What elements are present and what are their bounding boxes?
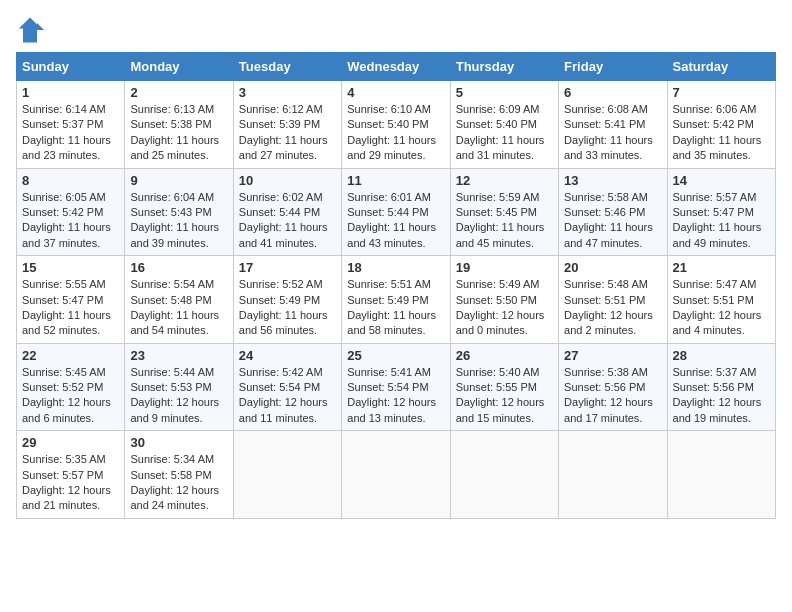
calendar-week-row: 8 Sunrise: 6:05 AM Sunset: 5:42 PM Dayli… [17, 168, 776, 256]
day-info: Sunrise: 5:37 AM Sunset: 5:56 PM Dayligh… [673, 365, 770, 427]
calendar-cell: 19 Sunrise: 5:49 AM Sunset: 5:50 PM Dayl… [450, 256, 558, 344]
sunrise-label: Sunrise: 5:34 AM [130, 453, 214, 465]
day-number: 24 [239, 348, 336, 363]
calendar-cell: 5 Sunrise: 6:09 AM Sunset: 5:40 PM Dayli… [450, 81, 558, 169]
calendar-week-row: 15 Sunrise: 5:55 AM Sunset: 5:47 PM Dayl… [17, 256, 776, 344]
day-info: Sunrise: 5:47 AM Sunset: 5:51 PM Dayligh… [673, 277, 770, 339]
calendar-cell [450, 431, 558, 519]
day-number: 19 [456, 260, 553, 275]
day-number: 29 [22, 435, 119, 450]
day-number: 9 [130, 173, 227, 188]
sunrise-label: Sunrise: 5:52 AM [239, 278, 323, 290]
daylight-label: Daylight: 11 hours and 25 minutes. [130, 134, 219, 161]
sunset-label: Sunset: 5:54 PM [239, 381, 320, 393]
sunrise-label: Sunrise: 5:37 AM [673, 366, 757, 378]
daylight-label: Daylight: 12 hours and 17 minutes. [564, 396, 653, 423]
day-number: 7 [673, 85, 770, 100]
daylight-label: Daylight: 11 hours and 27 minutes. [239, 134, 328, 161]
day-number: 25 [347, 348, 444, 363]
daylight-label: Daylight: 11 hours and 31 minutes. [456, 134, 545, 161]
day-number: 1 [22, 85, 119, 100]
day-number: 2 [130, 85, 227, 100]
day-info: Sunrise: 6:01 AM Sunset: 5:44 PM Dayligh… [347, 190, 444, 252]
day-info: Sunrise: 5:51 AM Sunset: 5:49 PM Dayligh… [347, 277, 444, 339]
calendar-week-row: 22 Sunrise: 5:45 AM Sunset: 5:52 PM Dayl… [17, 343, 776, 431]
day-number: 17 [239, 260, 336, 275]
sunset-label: Sunset: 5:40 PM [347, 118, 428, 130]
sunset-label: Sunset: 5:47 PM [673, 206, 754, 218]
day-info: Sunrise: 5:49 AM Sunset: 5:50 PM Dayligh… [456, 277, 553, 339]
day-info: Sunrise: 5:48 AM Sunset: 5:51 PM Dayligh… [564, 277, 661, 339]
calendar-cell: 1 Sunrise: 6:14 AM Sunset: 5:37 PM Dayli… [17, 81, 125, 169]
calendar-cell: 28 Sunrise: 5:37 AM Sunset: 5:56 PM Dayl… [667, 343, 775, 431]
sunset-label: Sunset: 5:44 PM [239, 206, 320, 218]
calendar-table: SundayMondayTuesdayWednesdayThursdayFrid… [16, 52, 776, 519]
daylight-label: Daylight: 12 hours and 24 minutes. [130, 484, 219, 511]
calendar-cell: 11 Sunrise: 6:01 AM Sunset: 5:44 PM Dayl… [342, 168, 450, 256]
day-info: Sunrise: 5:41 AM Sunset: 5:54 PM Dayligh… [347, 365, 444, 427]
weekday-header: Wednesday [342, 53, 450, 81]
day-info: Sunrise: 6:06 AM Sunset: 5:42 PM Dayligh… [673, 102, 770, 164]
day-number: 15 [22, 260, 119, 275]
weekday-header: Monday [125, 53, 233, 81]
day-number: 14 [673, 173, 770, 188]
sunset-label: Sunset: 5:57 PM [22, 469, 103, 481]
calendar-cell: 16 Sunrise: 5:54 AM Sunset: 5:48 PM Dayl… [125, 256, 233, 344]
day-info: Sunrise: 6:02 AM Sunset: 5:44 PM Dayligh… [239, 190, 336, 252]
sunset-label: Sunset: 5:48 PM [130, 294, 211, 306]
sunset-label: Sunset: 5:49 PM [239, 294, 320, 306]
day-info: Sunrise: 6:05 AM Sunset: 5:42 PM Dayligh… [22, 190, 119, 252]
calendar-cell: 13 Sunrise: 5:58 AM Sunset: 5:46 PM Dayl… [559, 168, 667, 256]
sunset-label: Sunset: 5:42 PM [22, 206, 103, 218]
day-number: 16 [130, 260, 227, 275]
sunrise-label: Sunrise: 5:58 AM [564, 191, 648, 203]
day-number: 6 [564, 85, 661, 100]
sunrise-label: Sunrise: 5:57 AM [673, 191, 757, 203]
day-info: Sunrise: 5:57 AM Sunset: 5:47 PM Dayligh… [673, 190, 770, 252]
sunrise-label: Sunrise: 5:38 AM [564, 366, 648, 378]
day-info: Sunrise: 5:59 AM Sunset: 5:45 PM Dayligh… [456, 190, 553, 252]
weekday-header: Saturday [667, 53, 775, 81]
calendar-cell: 24 Sunrise: 5:42 AM Sunset: 5:54 PM Dayl… [233, 343, 341, 431]
daylight-label: Daylight: 11 hours and 33 minutes. [564, 134, 653, 161]
weekday-header: Sunday [17, 53, 125, 81]
sunrise-label: Sunrise: 6:13 AM [130, 103, 214, 115]
calendar-cell: 7 Sunrise: 6:06 AM Sunset: 5:42 PM Dayli… [667, 81, 775, 169]
day-info: Sunrise: 5:35 AM Sunset: 5:57 PM Dayligh… [22, 452, 119, 514]
day-info: Sunrise: 6:13 AM Sunset: 5:38 PM Dayligh… [130, 102, 227, 164]
daylight-label: Daylight: 12 hours and 6 minutes. [22, 396, 111, 423]
sunset-label: Sunset: 5:40 PM [456, 118, 537, 130]
day-info: Sunrise: 5:34 AM Sunset: 5:58 PM Dayligh… [130, 452, 227, 514]
day-number: 22 [22, 348, 119, 363]
sunset-label: Sunset: 5:50 PM [456, 294, 537, 306]
daylight-label: Daylight: 11 hours and 45 minutes. [456, 221, 545, 248]
logo-icon [16, 16, 44, 44]
day-info: Sunrise: 5:38 AM Sunset: 5:56 PM Dayligh… [564, 365, 661, 427]
sunrise-label: Sunrise: 6:05 AM [22, 191, 106, 203]
sunrise-label: Sunrise: 5:47 AM [673, 278, 757, 290]
sunset-label: Sunset: 5:38 PM [130, 118, 211, 130]
calendar-cell: 9 Sunrise: 6:04 AM Sunset: 5:43 PM Dayli… [125, 168, 233, 256]
sunrise-label: Sunrise: 5:54 AM [130, 278, 214, 290]
day-number: 4 [347, 85, 444, 100]
day-info: Sunrise: 6:09 AM Sunset: 5:40 PM Dayligh… [456, 102, 553, 164]
daylight-label: Daylight: 12 hours and 15 minutes. [456, 396, 545, 423]
sunrise-label: Sunrise: 5:40 AM [456, 366, 540, 378]
daylight-label: Daylight: 11 hours and 39 minutes. [130, 221, 219, 248]
sunset-label: Sunset: 5:41 PM [564, 118, 645, 130]
day-info: Sunrise: 6:10 AM Sunset: 5:40 PM Dayligh… [347, 102, 444, 164]
daylight-label: Daylight: 11 hours and 41 minutes. [239, 221, 328, 248]
sunrise-label: Sunrise: 5:55 AM [22, 278, 106, 290]
calendar-week-row: 29 Sunrise: 5:35 AM Sunset: 5:57 PM Dayl… [17, 431, 776, 519]
calendar-cell: 30 Sunrise: 5:34 AM Sunset: 5:58 PM Dayl… [125, 431, 233, 519]
calendar-cell: 29 Sunrise: 5:35 AM Sunset: 5:57 PM Dayl… [17, 431, 125, 519]
weekday-header: Friday [559, 53, 667, 81]
day-number: 3 [239, 85, 336, 100]
day-number: 12 [456, 173, 553, 188]
daylight-label: Daylight: 12 hours and 21 minutes. [22, 484, 111, 511]
sunrise-label: Sunrise: 6:08 AM [564, 103, 648, 115]
calendar-cell: 21 Sunrise: 5:47 AM Sunset: 5:51 PM Dayl… [667, 256, 775, 344]
calendar-cell [559, 431, 667, 519]
day-number: 18 [347, 260, 444, 275]
sunrise-label: Sunrise: 5:48 AM [564, 278, 648, 290]
